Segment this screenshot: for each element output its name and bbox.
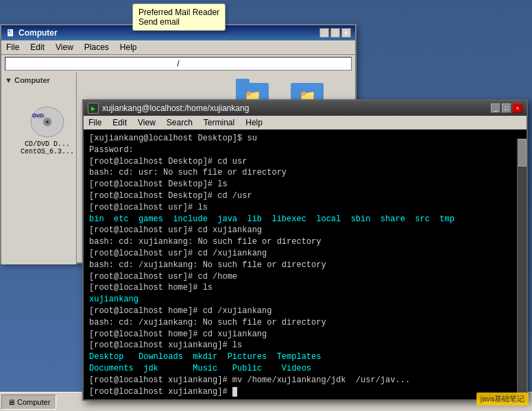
- terminal-titlebar-buttons: _ □ ×: [491, 103, 522, 113]
- cmd-line-21: Documents jdk Music Public Videos: [89, 363, 521, 375]
- fm-sidebar: ▼ Computer: [1, 73, 77, 264]
- cmd-line-6: [root@localhost Desktop]# cd /usr: [89, 190, 521, 202]
- terminal-menu-view[interactable]: View: [136, 117, 158, 128]
- cmd-line-3: [root@localhost Desktop]# cd usr: [89, 156, 521, 168]
- scrollbar-thumb[interactable]: [518, 139, 527, 166]
- terminal-scrollbar[interactable]: [517, 138, 527, 402]
- cmd-line-20: Desktop Downloads mkdir Pictures Templat…: [89, 351, 521, 363]
- cmd-line-2: Password:: [89, 145, 521, 156]
- file-manager-titlebar-buttons: _ □ ×: [319, 28, 351, 38]
- cmd-line-19: [root@localhost xujiankang]# ls: [89, 340, 521, 351]
- watermark: java基础笔记: [476, 393, 529, 406]
- tooltip-line2: Send email: [138, 17, 219, 27]
- taskbar-computer-button[interactable]: 🖥 Computer: [1, 395, 56, 410]
- tooltip-popup: Preferred Mail Reader Send email: [132, 3, 226, 31]
- terminal-content[interactable]: [xujiankang@localhost Desktop]$ su Passw…: [84, 129, 527, 397]
- maximize-button[interactable]: □: [330, 28, 340, 38]
- cmd-line-4: bash: cd: usr: No such file or directory: [89, 167, 521, 179]
- terminal-menu-edit[interactable]: Edit: [110, 117, 129, 128]
- terminal-icon: ▶: [88, 103, 99, 114]
- taskbar-computer-label: Computer: [17, 398, 50, 406]
- cdrom-sublabel: CentOS_6.3...: [21, 148, 74, 155]
- tooltip-line1: Preferred Mail Reader: [138, 8, 219, 17]
- terminal-maximize-button[interactable]: □: [502, 103, 511, 113]
- file-manager-title: Computer: [19, 28, 58, 38]
- terminal-menubar: File Edit View Search Terminal Help: [84, 116, 527, 129]
- cmd-line-7: [root@localhost usr]# ls: [89, 202, 521, 214]
- terminal-menu-terminal[interactable]: Terminal: [202, 117, 237, 128]
- fm-menu-file[interactable]: File: [4, 42, 21, 53]
- cmd-line-5: [root@localhost Desktop]# ls: [89, 179, 521, 190]
- fm-sidebar-label: ▼ Computer: [5, 76, 73, 84]
- desktop: Preferred Mail Reader Send email 🖥 Compu…: [0, 0, 532, 411]
- terminal-menu-help[interactable]: Help: [243, 117, 265, 128]
- terminal-window: ▶ xujiankang@localhost:/home/xujiankang …: [82, 99, 528, 401]
- terminal-close-button[interactable]: ×: [513, 103, 522, 113]
- terminal-menu-file[interactable]: File: [86, 117, 104, 128]
- cmd-line-23: [root@localhost xujiankang]#: [89, 386, 521, 397]
- cdrom-icon[interactable]: DVD CD/DVD D... CentOS_6.3...: [21, 103, 74, 155]
- computer-icon: 🖥: [5, 27, 15, 38]
- terminal-menu-search[interactable]: Search: [165, 117, 195, 128]
- close-button[interactable]: ×: [341, 28, 351, 38]
- file-manager-menubar: File Edit View Places Help: [1, 40, 355, 55]
- cmd-line-18: [root@localhost home]# cd xujiankang: [89, 329, 521, 340]
- cmd-line-11: [root@localhost usr]# cd /xujiankang: [89, 248, 521, 260]
- cmd-line-14: [root@localhost home]# ls: [89, 282, 521, 294]
- cmd-line-22: [root@localhost xujiankang]# mv /home/xu…: [89, 375, 521, 386]
- terminal-title: xujiankang@localhost:/home/xujiankang: [102, 103, 249, 113]
- cmd-line-9: [root@localhost usr]# cd xujiankang: [89, 225, 521, 236]
- svg-point-2: [46, 121, 49, 123]
- cdrom-label: CD/DVD D...: [25, 140, 70, 148]
- cmd-line-17: bash: cd: /xujiankang: No such file or d…: [89, 317, 521, 329]
- fm-menu-view[interactable]: View: [53, 42, 75, 53]
- fm-path: /: [5, 57, 352, 71]
- terminal-titlebar: ▶ xujiankang@localhost:/home/xujiankang …: [84, 101, 527, 116]
- svg-text:DVD: DVD: [32, 112, 44, 119]
- taskbar-computer-icon: 🖥: [8, 398, 15, 406]
- cmd-line-13: [root@localhost usr]# cd /home: [89, 271, 521, 283]
- cmd-line-16: [root@localhost home]# cd /xujiankang: [89, 306, 521, 317]
- minimize-button[interactable]: _: [319, 28, 329, 38]
- cmd-line-8: bin etc games include java lib libexec l…: [89, 214, 521, 225]
- cmd-line-1: [xujiankang@localhost Desktop]$ su: [89, 133, 521, 145]
- cmd-line-10: bash: cd: xujiankang: No such file or di…: [89, 236, 521, 248]
- cmd-line-12: bash: cd: /xujiankang: No such file or d…: [89, 260, 521, 271]
- fm-menu-help[interactable]: Help: [118, 42, 139, 53]
- terminal-minimize-button[interactable]: _: [491, 103, 500, 113]
- fm-menu-places[interactable]: Places: [82, 42, 111, 53]
- cmd-line-15: xujiankang: [89, 294, 521, 306]
- watermark-text: java基础笔记: [481, 395, 524, 403]
- fm-menu-edit[interactable]: Edit: [28, 42, 47, 53]
- terminal-body: [xujiankang@localhost Desktop]$ su Passw…: [84, 129, 527, 397]
- cdrom-area: DVD CD/DVD D... CentOS_6.3...: [21, 103, 74, 155]
